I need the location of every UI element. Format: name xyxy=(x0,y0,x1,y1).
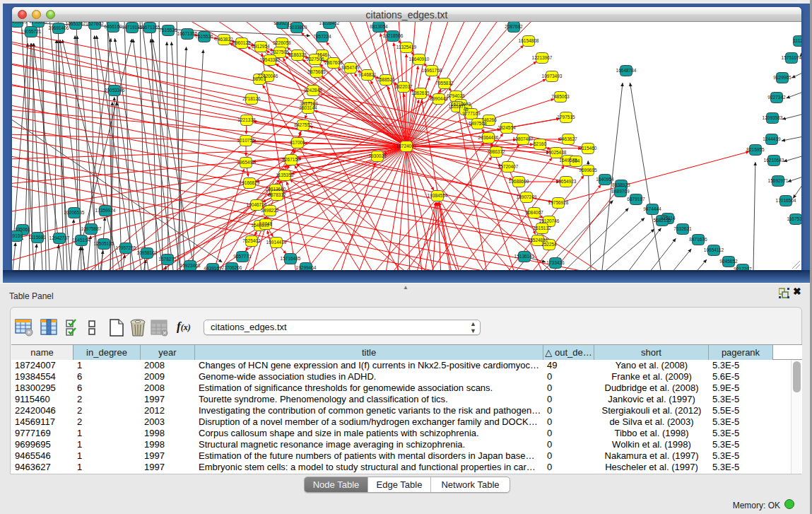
svg-text:8267150: 8267150 xyxy=(282,157,300,162)
svg-text:10958107: 10958107 xyxy=(137,250,158,255)
svg-text:12942737: 12942737 xyxy=(49,235,70,240)
svg-text:10046726: 10046726 xyxy=(247,202,267,207)
svg-text:8878312: 8878312 xyxy=(268,192,286,197)
svg-text:17957255: 17957255 xyxy=(116,245,136,250)
svg-text:1244419: 1244419 xyxy=(763,136,781,141)
svg-text:2718126: 2718126 xyxy=(242,96,261,101)
svg-text:11325419: 11325419 xyxy=(396,45,417,49)
svg-text:3822037: 3822037 xyxy=(394,84,413,89)
svg-text:7485063: 7485063 xyxy=(551,94,570,99)
svg-text:1640954: 1640954 xyxy=(596,177,614,182)
svg-text:16210643: 16210643 xyxy=(764,158,784,163)
svg-text:9327506: 9327506 xyxy=(306,57,324,62)
svg-text:15136141: 15136141 xyxy=(514,254,535,259)
svg-text:9129965: 9129965 xyxy=(773,75,792,80)
svg-text:1010755: 1010755 xyxy=(237,138,255,143)
svg-text:252254: 252254 xyxy=(541,242,557,247)
svg-text:1797515: 1797515 xyxy=(557,115,575,119)
svg-text:6497568: 6497568 xyxy=(469,121,487,126)
svg-text:16671355: 16671355 xyxy=(140,25,160,30)
svg-text:9084067: 9084067 xyxy=(525,210,543,215)
svg-text:835061: 835061 xyxy=(15,227,30,232)
svg-text:3498222: 3498222 xyxy=(261,208,279,213)
svg-text:2867608: 2867608 xyxy=(324,60,343,65)
svg-text:39159: 39159 xyxy=(12,233,23,238)
svg-text:20813640: 20813640 xyxy=(266,187,286,192)
svg-text:8427552: 8427552 xyxy=(294,122,312,127)
svg-text:7857224: 7857224 xyxy=(313,34,331,39)
svg-text:19218506: 19218506 xyxy=(383,33,404,38)
svg-text:2087682: 2087682 xyxy=(505,24,523,29)
svg-text:10975887: 10975887 xyxy=(81,226,102,231)
svg-text:15751074: 15751074 xyxy=(782,55,801,60)
svg-text:6879197: 6879197 xyxy=(627,197,645,201)
svg-text:9217207: 9217207 xyxy=(734,267,752,270)
svg-text:8215955: 8215955 xyxy=(746,147,765,152)
svg-text:10543382: 10543382 xyxy=(260,57,281,62)
svg-text:20364436: 20364436 xyxy=(478,135,499,140)
svg-text:12748: 12748 xyxy=(259,221,272,226)
svg-text:17016504: 17016504 xyxy=(776,198,796,203)
svg-text:12093583: 12093583 xyxy=(763,115,783,120)
svg-text:604: 604 xyxy=(572,158,580,163)
svg-text:98901: 98901 xyxy=(253,76,266,81)
svg-text:1588520: 1588520 xyxy=(377,77,395,82)
svg-text:19299464: 19299464 xyxy=(296,265,317,270)
svg-text:7632621: 7632621 xyxy=(673,226,692,231)
svg-text:8938923: 8938923 xyxy=(612,182,630,187)
svg-text:9474444: 9474444 xyxy=(643,206,661,211)
svg-text:16033809: 16033809 xyxy=(287,25,307,30)
svg-text:19756928: 19756928 xyxy=(548,200,569,205)
svg-text:1527602: 1527602 xyxy=(86,22,104,26)
svg-text:2803144: 2803144 xyxy=(299,105,317,110)
svg-text:4735650: 4735650 xyxy=(29,22,47,24)
svg-text:1615132: 1615132 xyxy=(533,226,551,230)
svg-text:16914479: 16914479 xyxy=(266,240,287,245)
svg-text:19055721: 19055721 xyxy=(21,29,42,34)
svg-text:11120: 11120 xyxy=(793,38,801,43)
svg-text:10973493: 10973493 xyxy=(542,74,563,78)
svg-text:16120746: 16120746 xyxy=(539,218,560,223)
svg-text:7515526: 7515526 xyxy=(195,34,213,39)
svg-text:9777169: 9777169 xyxy=(462,111,481,116)
svg-text:9227342: 9227342 xyxy=(767,95,786,100)
svg-text:18907249: 18907249 xyxy=(517,194,537,199)
svg-text:18640910: 18640910 xyxy=(409,57,430,62)
svg-text:8813054: 8813054 xyxy=(370,24,388,29)
svg-text:19654923: 19654923 xyxy=(556,179,577,184)
svg-text:1135358: 1135358 xyxy=(276,173,294,177)
svg-text:1362615: 1362615 xyxy=(411,90,430,95)
svg-text:1115681: 1115681 xyxy=(29,235,47,240)
svg-text:8960128: 8960128 xyxy=(233,40,251,45)
svg-text:9245652: 9245652 xyxy=(719,259,738,264)
svg-text:817006: 817006 xyxy=(290,140,305,145)
svg-text:8186328: 8186328 xyxy=(288,52,307,57)
svg-text:8912954: 8912954 xyxy=(252,44,270,49)
svg-text:20053346: 20053346 xyxy=(105,88,125,93)
svg-text:8454749: 8454749 xyxy=(341,65,360,70)
svg-text:1678275: 1678275 xyxy=(158,257,177,262)
svg-text:19384554: 19384554 xyxy=(428,193,448,198)
svg-text:18724007: 18724007 xyxy=(396,144,417,148)
svg-text:15692971: 15692971 xyxy=(768,178,789,183)
svg-text:20206535: 20206535 xyxy=(64,210,85,215)
svg-text:7463822: 7463822 xyxy=(215,37,233,42)
svg-text:17359924: 17359924 xyxy=(95,208,116,213)
svg-text:8990448: 8990448 xyxy=(430,96,448,101)
svg-text:9327505: 9327505 xyxy=(271,49,289,54)
svg-text:62160: 62160 xyxy=(534,141,546,146)
svg-text:10654112: 10654112 xyxy=(704,247,724,252)
svg-text:1733426: 1733426 xyxy=(546,260,565,265)
svg-text:7515526: 7515526 xyxy=(159,28,177,33)
svg-text:1221338: 1221338 xyxy=(237,117,256,122)
svg-text:1965492: 1965492 xyxy=(237,160,255,165)
svg-text:12213967: 12213967 xyxy=(532,55,553,60)
svg-text:7986372: 7986372 xyxy=(487,149,505,154)
svg-text:9146821: 9146821 xyxy=(358,72,377,77)
svg-text:16154808: 16154808 xyxy=(519,38,539,43)
svg-text:5682115: 5682115 xyxy=(654,218,671,223)
svg-text:19166829: 19166829 xyxy=(240,180,260,185)
svg-text:16648784: 16648784 xyxy=(616,68,637,73)
svg-text:9242848: 9242848 xyxy=(304,88,322,93)
svg-text:1930029: 1930029 xyxy=(368,153,387,158)
